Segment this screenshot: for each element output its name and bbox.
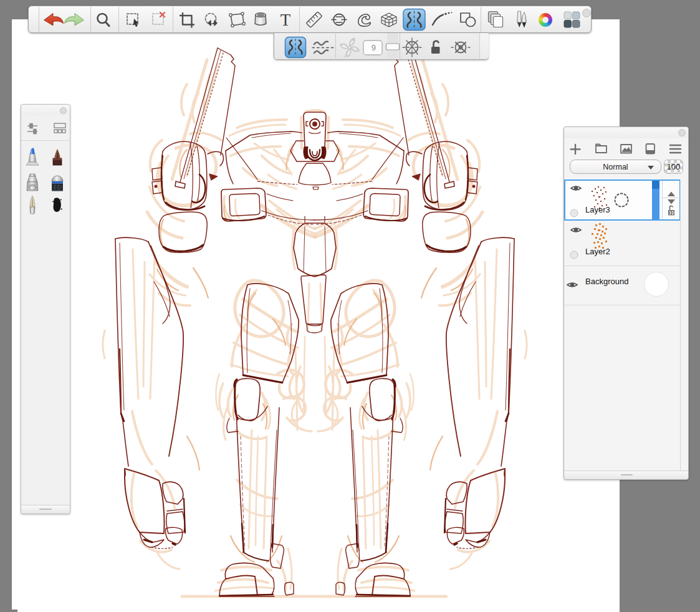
- svg-text:T: T: [280, 11, 291, 29]
- svg-text:9: 9: [372, 43, 376, 52]
